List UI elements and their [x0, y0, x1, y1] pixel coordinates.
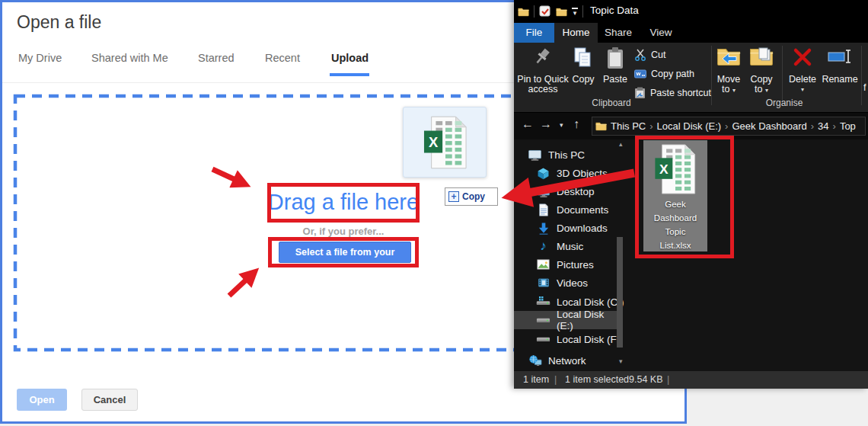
new-folder-icon[interactable] — [556, 7, 567, 17]
sidebar-item-3d-objects[interactable]: 3D Objects — [514, 164, 632, 182]
status-bar: 1 item | 1 item selected 9.54 KB | — [514, 371, 868, 389]
status-divider: | — [554, 374, 557, 385]
excel-file-icon — [423, 116, 468, 169]
document-icon — [536, 203, 550, 216]
clipboard-group-label: Clipboard — [561, 98, 662, 108]
breadcrumb-topic-clipped[interactable]: Top — [840, 120, 856, 132]
drag-copy-tooltip: + Copy — [445, 187, 498, 206]
explorer-body: ▴ This PC 3D Objects — [514, 139, 868, 371]
file-name-line: Dashboard — [643, 211, 707, 225]
selection-count: 1 item selected — [565, 374, 629, 385]
open-button[interactable]: Open — [17, 389, 67, 411]
back-icon[interactable]: ← — [522, 117, 534, 131]
dragged-file-ghost — [403, 107, 487, 178]
pin-icon — [517, 46, 569, 72]
sidebar-item-label: Local Disk (E:) — [557, 309, 618, 332]
sidebar-item-label: Network — [548, 355, 586, 367]
button-label: Rename — [822, 74, 857, 85]
button-label: Cut — [651, 50, 665, 60]
drive-icon — [536, 333, 550, 346]
picture-icon — [536, 258, 550, 271]
folder-icon[interactable] — [518, 7, 529, 17]
select-file-button[interactable]: Select a file from your device — [279, 242, 411, 263]
sidebar-item-label: Documents — [557, 204, 608, 216]
copy-icon — [569, 46, 598, 72]
sidebar-item-local-disk-e[interactable]: Local Disk (E:) — [514, 311, 618, 329]
breadcrumb-this-pc[interactable]: This PC — [611, 120, 646, 132]
button-label: Paste — [603, 74, 627, 85]
breadcrumb-local-disk-e[interactable]: Local Disk (E:) — [657, 120, 722, 132]
sidebar-item-desktop[interactable]: Desktop — [514, 182, 632, 200]
music-note-icon: ♪ — [536, 240, 550, 253]
button-label: Pin to Quick access — [517, 74, 568, 94]
sidebar-item-downloads[interactable]: Downloads — [514, 219, 632, 237]
address-bar-row: ← → ▾ ↑ This PC › Local Disk (E:) › Geek… — [514, 113, 868, 139]
cube-icon — [536, 167, 550, 180]
rename-icon — [819, 46, 861, 72]
customize-toolbar-dropdown-icon[interactable]: ▾ — [572, 8, 578, 16]
drive-icon — [536, 314, 550, 327]
item-count: 1 item — [523, 374, 549, 385]
breadcrumb-geek-dashboard[interactable]: Geek Dashboard — [732, 120, 806, 132]
forward-icon[interactable]: → — [540, 117, 552, 131]
sidebar-item-label: Pictures — [557, 259, 594, 271]
tab-home[interactable]: Home — [554, 23, 598, 43]
dropdown-icon: ▾ — [785, 85, 820, 94]
desktop-icon — [536, 185, 550, 198]
sidebar-item-documents[interactable]: Documents — [514, 200, 632, 219]
tab-file[interactable]: File — [514, 23, 554, 43]
button-label: Copy path — [651, 69, 694, 79]
excel-file-item[interactable]: Geek Dashboard Topic List.xlsx — [643, 140, 707, 251]
copy-to-icon — [746, 46, 777, 72]
breadcrumb-separator-icon: › — [649, 120, 653, 132]
sidebar-item-this-pc[interactable]: This PC — [514, 146, 632, 164]
group-separator — [782, 46, 783, 105]
sidebar-item-pictures[interactable]: Pictures — [514, 255, 632, 274]
sidebar-item-label: Videos — [557, 277, 588, 289]
dropdown-icon: ▾ — [732, 87, 736, 94]
network-icon — [528, 354, 542, 367]
button-label: Copy — [572, 74, 594, 85]
dropdown-icon: ▾ — [765, 87, 768, 94]
sidebar-item-label: Music — [557, 241, 583, 252]
recent-locations-icon[interactable]: ▾ — [560, 121, 563, 129]
copy-path-button[interactable]: Copy path — [634, 66, 694, 82]
plus-icon: + — [448, 191, 459, 202]
copy-tooltip-label: Copy — [462, 191, 485, 202]
sidebar-item-label: Downloads — [557, 223, 608, 234]
toolbar-separator — [582, 5, 583, 18]
or-if-you-prefer-label: Or, if you prefer... — [252, 226, 435, 237]
file-name-line: List.xlsx — [643, 239, 707, 252]
ribbon-tab-bar: File Home Share View — [514, 23, 868, 43]
button-label: Paste shortcut — [650, 88, 711, 98]
clipped-ribbon-label: f — [863, 82, 866, 93]
sidebar-item-network[interactable]: Network — [514, 351, 632, 370]
properties-check-icon[interactable] — [539, 5, 551, 18]
quick-access-toolbar: ▾ — [518, 3, 583, 20]
cancel-button[interactable]: Cancel — [81, 389, 138, 411]
paste-icon — [599, 46, 631, 72]
address-breadcrumb[interactable]: This PC › Local Disk (E:) › Geek Dashboa… — [592, 117, 866, 136]
group-separator — [711, 46, 712, 105]
sidebar-scrollbar[interactable] — [617, 237, 623, 348]
cut-button[interactable]: Cut — [634, 46, 665, 63]
up-icon[interactable]: ↑ — [573, 117, 579, 131]
windows-drive-icon — [536, 296, 550, 309]
breadcrumb-34[interactable]: 34 — [818, 120, 828, 132]
sidebar-item-local-disk-f[interactable]: Local Disk (F:) — [514, 330, 632, 348]
excel-file-icon — [654, 144, 697, 194]
sidebar-item-music[interactable]: ♪ Music — [514, 237, 632, 255]
sidebar-scroll-down-icon[interactable]: ▾ — [619, 357, 623, 365]
tab-share[interactable]: Share — [599, 23, 637, 43]
file-name-line: Geek — [643, 197, 707, 211]
sidebar-item-videos[interactable]: Videos — [514, 274, 632, 292]
ribbon: Pin to Quick access Copy — [514, 43, 868, 113]
scissors-icon — [634, 49, 646, 61]
move-to-icon — [713, 46, 744, 72]
tab-view[interactable]: View — [643, 23, 678, 43]
file-name-line: Topic — [643, 225, 707, 239]
window-title: Topic Data — [590, 5, 639, 16]
sidebar-item-label: Local Disk (F:) — [557, 334, 623, 345]
download-arrow-icon — [536, 222, 550, 235]
selection-size: 9.54 KB — [629, 374, 662, 385]
